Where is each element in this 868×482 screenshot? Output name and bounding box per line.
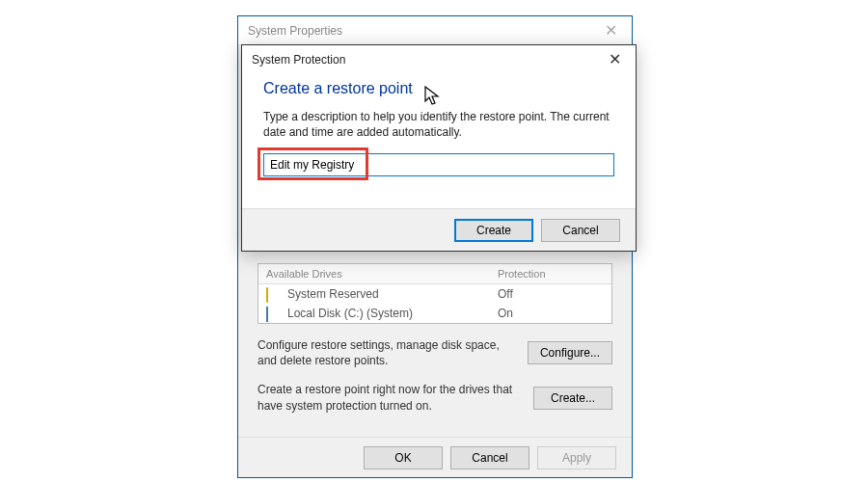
table-row[interactable]: System Reserved Off <box>258 284 611 304</box>
drive-protection: On <box>498 307 604 320</box>
child-titlebar: System Protection ✕ <box>242 45 636 74</box>
col-header-protection: Protection <box>498 268 604 280</box>
cancel-button[interactable]: Cancel <box>541 219 620 242</box>
drive-name: System Reserved <box>287 287 498 301</box>
configure-row: Configure restore settings, manage disk … <box>258 337 612 368</box>
parent-footer: OK Cancel Apply <box>238 437 632 477</box>
col-header-drive: Available Drives <box>266 268 498 280</box>
close-icon[interactable]: ✕ <box>603 51 626 68</box>
table-row[interactable]: Local Disk (C:) (System) On <box>258 304 611 323</box>
apply-button: Apply <box>537 446 616 469</box>
parent-titlebar: System Properties ✕ <box>238 16 632 45</box>
cancel-button[interactable]: Cancel <box>450 446 529 469</box>
dialog-description: Type a description to help you identify … <box>263 109 614 140</box>
drives-table: Available Drives Protection System Reser… <box>258 263 612 324</box>
dialog-heading: Create a restore point <box>263 80 614 97</box>
disk-icon <box>266 307 282 320</box>
drives-header: Available Drives Protection <box>258 264 611 284</box>
child-footer: Create Cancel <box>242 208 636 251</box>
child-body: Create a restore point Type a descriptio… <box>242 74 636 190</box>
configure-button[interactable]: Configure... <box>528 341 612 364</box>
system-protection-dialog: System Protection ✕ Create a restore poi… <box>241 44 637 252</box>
drive-protection: Off <box>498 287 604 301</box>
input-wrap <box>263 153 614 176</box>
restore-point-description-input[interactable] <box>263 153 614 176</box>
child-title: System Protection <box>252 53 603 67</box>
close-icon[interactable]: ✕ <box>599 22 622 40</box>
create-button[interactable]: Create <box>454 219 533 242</box>
create-row: Create a restore point right now for the… <box>258 382 612 413</box>
configure-text: Configure restore settings, manage disk … <box>258 337 516 368</box>
folder-icon <box>266 287 282 301</box>
create-point-button[interactable]: Create... <box>533 387 612 410</box>
ok-button[interactable]: OK <box>364 446 443 469</box>
drive-name: Local Disk (C:) (System) <box>287 307 498 320</box>
create-text: Create a restore point right now for the… <box>258 382 522 413</box>
parent-title: System Properties <box>248 24 599 38</box>
